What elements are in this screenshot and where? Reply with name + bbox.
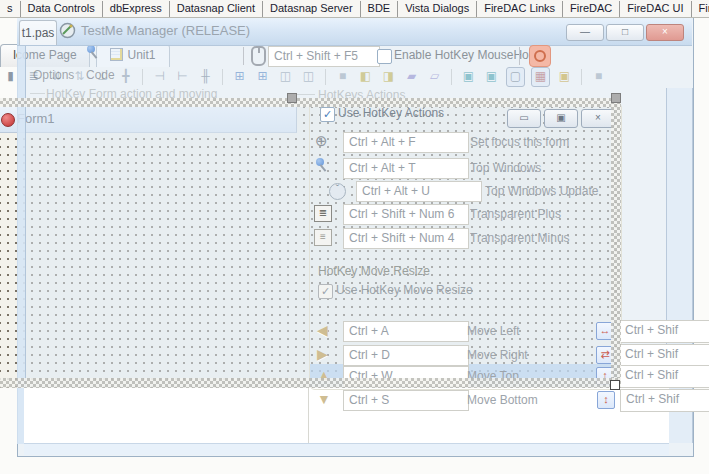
hotkey-input[interactable]: Ctrl + Shift + Num 4 xyxy=(343,228,469,249)
move-right-icon: ▶ xyxy=(317,347,328,362)
mousehole-shortcut-input[interactable]: Ctrl + Shift + F5 xyxy=(268,46,380,67)
hotkey-input[interactable]: Ctrl + Alt + T xyxy=(343,158,469,179)
bottom-panel-divider xyxy=(308,388,309,444)
use-hotkey-actions-label[interactable]: Use HotKey Actions xyxy=(338,106,444,120)
power-ring-glyph xyxy=(534,50,546,62)
selection-handle[interactable] xyxy=(611,93,621,103)
form1-app-icon xyxy=(1,113,15,127)
right-hotkey-input[interactable]: Ctrl + Shif xyxy=(619,344,709,367)
resize-handle[interactable] xyxy=(610,380,620,390)
use-hotkey-actions-checkbox[interactable]: ✓ xyxy=(320,107,335,122)
testme-tab-options[interactable]: Options xyxy=(33,68,74,82)
move-left-icon: ◀ xyxy=(317,323,328,338)
hotkey-input[interactable]: Ctrl + Alt + F xyxy=(343,132,469,153)
palette-tab[interactable]: Data Controls xyxy=(21,1,103,17)
palette-tab[interactable]: dbExpress xyxy=(103,1,170,17)
toolbar-separator xyxy=(519,47,520,65)
palette-tab[interactable]: FireDAC UI xyxy=(620,1,691,17)
use-move-resize-checkbox[interactable]: ✓ xyxy=(318,284,333,299)
mouse-icon xyxy=(251,46,266,66)
update-icon: ˇ xyxy=(329,183,346,200)
action-label: Move Left xyxy=(467,324,520,338)
move-resize-caption: HotKey Move Resize xyxy=(318,264,430,278)
pin-icon xyxy=(314,158,328,172)
hotkey-input[interactable]: Ctrl + Alt + U xyxy=(356,181,482,202)
window-move-bottom-icon[interactable]: ↕ xyxy=(597,391,615,409)
mousehole-checkbox[interactable] xyxy=(377,49,392,64)
preview-close-button[interactable]: × xyxy=(581,109,615,128)
minimize-button[interactable]: — xyxy=(566,24,604,41)
close-button[interactable]: × xyxy=(646,24,684,41)
palette-tab-bar: sData ControlsdbExpressDatasnap ClientDa… xyxy=(0,0,709,18)
selection-hatch-bottom xyxy=(0,378,621,388)
preview-minimize-button[interactable]: ▭ xyxy=(507,109,541,128)
move-bottom-icon: ▼ xyxy=(317,392,331,407)
selection-handle[interactable] xyxy=(287,93,297,103)
testme-titlebar[interactable]: t1.pas TestMe Manager (RELEASE) — □ × xyxy=(17,17,692,46)
hotkey-input[interactable]: Ctrl + D xyxy=(343,345,469,366)
tab-pin-icon[interactable] xyxy=(85,45,99,59)
palette-tab[interactable]: FireDAC Services xyxy=(692,1,709,17)
mousehole-checkbox-label[interactable]: Enable HotKey MouseHole xyxy=(394,48,538,62)
action-label: Transparent Plus xyxy=(470,207,561,221)
palette-tab[interactable]: Datasnap Client xyxy=(170,1,263,17)
maximize-button[interactable]: □ xyxy=(606,24,644,41)
right-hotkey-input[interactable]: Ctrl + Shif xyxy=(619,320,709,343)
preview-restore-button[interactable]: ▣ xyxy=(544,109,578,128)
toolbar-separator xyxy=(243,47,244,65)
transparent-plus-icon: ≣ xyxy=(314,205,332,222)
hotkey-input[interactable]: Ctrl + S xyxy=(343,390,469,411)
action-label: Move Bottom xyxy=(467,393,538,407)
palette-tab[interactable]: FireDAC xyxy=(563,1,620,17)
right-hotkey-input[interactable]: Ctrl + Shif xyxy=(619,365,709,388)
selection-hatch-right xyxy=(611,98,621,388)
action-label: Move Right xyxy=(467,348,528,362)
action-label: Top Windows Update xyxy=(485,184,598,198)
action-label: Top Windows xyxy=(470,161,541,175)
transparent-minus-icon: ≡ xyxy=(314,229,332,246)
screenshot-root: sData ControlsdbExpressDatasnap ClientDa… xyxy=(0,0,709,474)
selection-hatch-top xyxy=(0,98,621,107)
use-move-resize-label[interactable]: Use HotKey Move Resize xyxy=(336,283,473,297)
window-title: TestMe Manager (RELEASE) xyxy=(81,23,250,38)
palette-tab[interactable]: Datasnap Server xyxy=(263,1,361,17)
editor-tab-fragment[interactable]: t1.pas xyxy=(19,20,57,45)
hotkey-input[interactable]: Ctrl + A xyxy=(343,321,469,342)
focus-icon: ⊕ xyxy=(315,133,328,149)
testme-app-icon xyxy=(59,22,76,39)
palette-tab[interactable]: FireDAC Links xyxy=(477,1,563,17)
power-stop-icon[interactable] xyxy=(529,45,551,67)
hotkey-input[interactable]: Ctrl + Shift + Num 6 xyxy=(343,204,469,225)
palette-tab[interactable]: BDE xyxy=(361,1,399,17)
testme-tab-code[interactable]: Code xyxy=(86,68,115,82)
palette-tab[interactable]: s xyxy=(0,1,21,17)
action-label: Transparent Minus xyxy=(470,231,570,245)
palette-tab[interactable]: Vista Dialogs xyxy=(398,1,477,17)
action-label: Set focus this form xyxy=(470,135,569,149)
testme-window-bottom-frame xyxy=(24,443,669,455)
right-hotkey-input[interactable]: Ctrl + Shif xyxy=(620,389,709,412)
